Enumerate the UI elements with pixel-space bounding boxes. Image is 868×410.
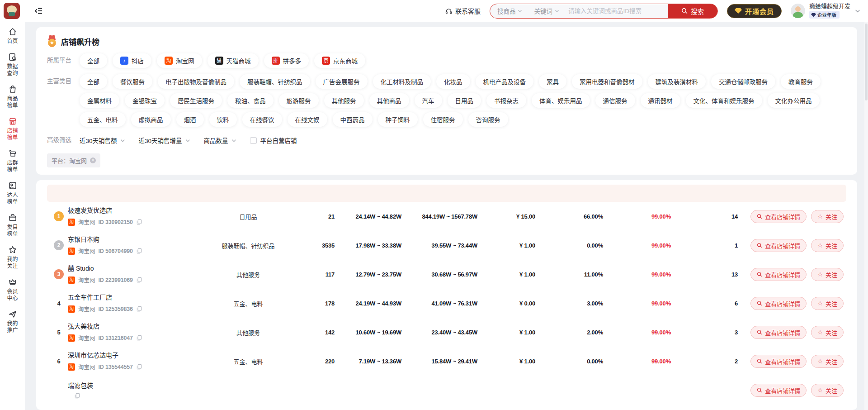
category-pill[interactable]: 机电产品及设备 (476, 74, 534, 89)
category-pill[interactable]: 交通仓储邮政服务 (711, 74, 775, 89)
category-pill[interactable]: 金银珠宝 (125, 93, 165, 108)
advanced-filter-dropdown[interactable]: 商品数量 (204, 136, 236, 145)
search-type-select[interactable]: 关键词 (527, 6, 564, 15)
advanced-filter-dropdown[interactable]: 近30天销售增量 (139, 136, 190, 145)
category-pill[interactable]: 通讯器材 (641, 93, 680, 108)
view-shop-detail-button[interactable]: 查看店铺详情 (750, 297, 807, 310)
sidebar-item-category-rank[interactable]: 类目榜单 (7, 213, 18, 238)
user-menu[interactable]: 癞蛤蟆超级开发 企业年版 (791, 3, 861, 19)
search-icon (681, 8, 688, 14)
follow-button[interactable]: ☆ 关注 (811, 297, 844, 310)
page-scrollbar[interactable] (864, 22, 868, 410)
platform-pill[interactable]: 全部 (80, 53, 107, 68)
shop-name[interactable]: 弘大美妆店 (68, 322, 203, 330)
shop-name[interactable]: 瑞滤包装 (68, 381, 203, 390)
category-pill[interactable]: 烟酒 (176, 112, 204, 127)
category-pill[interactable]: 住宿服务 (423, 112, 463, 127)
sidebar-item-my-promotion[interactable]: 我的推广 (7, 310, 18, 334)
sidebar-item-influencer-rank[interactable]: 达人榜单 (7, 181, 18, 205)
category-pill[interactable]: 中西药品 (333, 112, 373, 127)
follow-button[interactable]: ☆ 关注 (811, 210, 844, 223)
category-pill[interactable]: 全部 (80, 74, 107, 89)
copy-icon[interactable] (136, 219, 142, 225)
category-pill[interactable]: 电子出版物及音像制品 (158, 74, 234, 89)
category-pill[interactable]: 文化、体育和娱乐服务 (686, 93, 762, 108)
view-shop-detail-button[interactable]: 查看店铺详情 (750, 355, 807, 368)
platform-pill[interactable]: ♪ 抖店 (113, 53, 151, 68)
shop-name[interactable]: 东银日本购 (68, 235, 203, 243)
category-pill[interactable]: 日用品 (448, 93, 481, 108)
category-pill[interactable]: 体育、娱乐用品 (532, 93, 590, 108)
search-button[interactable]: 搜索 (668, 4, 717, 18)
sidebar-item-product-rank[interactable]: 商品榜单 (7, 85, 18, 109)
category-pill[interactable]: 居民生活服务 (170, 93, 222, 108)
category-pill[interactable]: 饮料 (209, 112, 237, 127)
platform-pill[interactable]: 拼 拼多多 (264, 53, 309, 68)
category-pill[interactable]: 汽车 (415, 93, 442, 108)
category-pill[interactable]: 广告会展服务 (316, 74, 368, 89)
sidebar-item-data-query[interactable]: 数据查询 (7, 52, 18, 77)
category-pill[interactable]: 旅游服务 (279, 93, 319, 108)
category-pill[interactable]: 服装鞋帽、针纺织品 (240, 74, 310, 89)
category-pill[interactable]: 文化办公用品 (768, 93, 820, 108)
category-pill[interactable]: 通信服务 (595, 93, 635, 108)
remove-filter-icon[interactable]: ✕ (90, 157, 96, 163)
shop-name[interactable]: 深圳市亿芯达电子 (68, 351, 203, 359)
copy-icon[interactable] (136, 335, 142, 341)
follow-button[interactable]: ☆ 关注 (811, 268, 844, 281)
copy-icon[interactable] (74, 393, 80, 399)
shop-name[interactable]: 五金车件工厂店 (68, 293, 203, 301)
platform-pill[interactable]: 猫 天猫商城 (208, 53, 259, 68)
copy-icon[interactable] (136, 364, 142, 370)
category-pill[interactable]: 五金、电料 (80, 112, 126, 127)
view-shop-detail-button[interactable]: 查看店铺详情 (750, 239, 807, 252)
copy-icon[interactable] (136, 306, 142, 312)
sidebar-item-home[interactable]: 首页 (7, 27, 18, 45)
vip-upgrade-button[interactable]: 开通会员 (727, 4, 782, 18)
category-pill[interactable]: 家用电器和音像器材 (572, 74, 642, 89)
platform-pill[interactable]: 京 京东商城 (314, 53, 365, 68)
follow-button[interactable]: ☆ 关注 (811, 355, 844, 368)
category-pill[interactable]: 金属材料 (80, 93, 119, 108)
contact-support[interactable]: 联系客服 (445, 6, 481, 15)
follow-button[interactable]: ☆ 关注 (811, 326, 844, 339)
category-pill[interactable]: 咨询服务 (468, 112, 508, 127)
category-pill[interactable]: 家具 (539, 74, 566, 89)
self-operated-checkbox[interactable]: 平台自营店铺 (250, 136, 297, 145)
view-shop-detail-button[interactable]: 查看店铺详情 (750, 326, 807, 339)
view-shop-detail-button[interactable]: 查看店铺详情 (750, 268, 807, 281)
category-pill[interactable]: 其他服务 (324, 93, 364, 108)
category-pill[interactable]: 在线文娱 (288, 112, 327, 127)
category-pill[interactable]: 粮油、食品 (227, 93, 274, 108)
category-pill[interactable]: 在线餐饮 (242, 112, 282, 127)
sidebar-item-member-center[interactable]: 会员中心 (7, 277, 18, 302)
category-pill[interactable]: 餐饮服务 (113, 74, 152, 89)
category-pill[interactable]: 虚拟商品 (131, 112, 171, 127)
category-pill[interactable]: 化妆品 (436, 74, 470, 89)
category-pill[interactable]: 建筑及装潢材料 (648, 74, 706, 89)
sidebar-collapse-icon[interactable] (34, 6, 43, 15)
search-scope-select[interactable]: 搜商品 (490, 6, 527, 15)
checkbox-icon[interactable] (250, 137, 257, 144)
copy-icon[interactable] (136, 277, 142, 283)
category-pill[interactable]: 其他商品 (369, 93, 409, 108)
shop-name[interactable]: 极速发货优选店 (68, 206, 203, 215)
advanced-filter-dropdown[interactable]: 近30天销售额 (80, 136, 125, 145)
sidebar-item-shop-rank[interactable]: 店铺榜单 (7, 117, 18, 141)
shop-name[interactable]: 囍 Studio (68, 264, 203, 272)
platform-pill[interactable]: 淘 淘宝网 (157, 53, 202, 68)
category-pill[interactable]: 种子饲料 (378, 112, 418, 127)
sidebar-item-shop-group-rank[interactable]: 店群榜单 (7, 149, 18, 173)
view-shop-detail-button[interactable]: 查看店铺详情 (750, 210, 807, 223)
sidebar-item-my-follow[interactable]: 我的关注 (7, 245, 18, 270)
view-shop-detail-button[interactable]: 查看店铺详情 (750, 384, 807, 397)
category-pill[interactable]: 化工材料及制品 (373, 74, 431, 89)
app-logo[interactable] (4, 3, 20, 19)
search-input[interactable] (564, 8, 668, 14)
follow-button[interactable]: ☆ 关注 (811, 384, 844, 397)
category-pill[interactable]: 书报杂志 (486, 93, 526, 108)
scrollbar-thumb[interactable] (865, 24, 868, 100)
follow-button[interactable]: ☆ 关注 (811, 239, 844, 252)
copy-icon[interactable] (136, 248, 142, 254)
category-pill[interactable]: 教育服务 (781, 74, 821, 89)
